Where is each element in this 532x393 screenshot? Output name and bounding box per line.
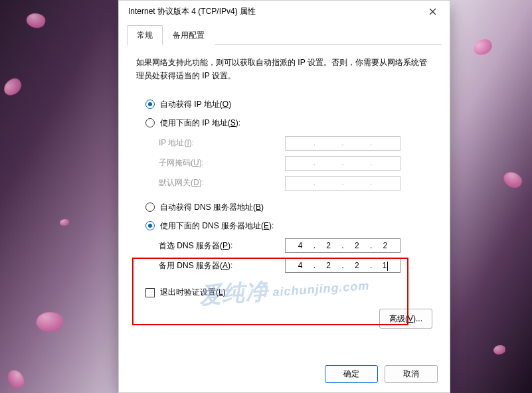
checkbox-icon xyxy=(145,288,155,297)
radio-label: 自动获得 IP 地址(O) xyxy=(160,98,231,111)
ok-button[interactable]: 确定 xyxy=(325,365,378,383)
text-caret xyxy=(387,262,388,271)
radio-label: 使用下面的 IP 地址(S): xyxy=(160,116,240,129)
gateway-label: 默认网关(D): xyxy=(159,176,285,189)
radio-label: 自动获得 DNS 服务器地址(B) xyxy=(160,200,264,214)
dialog-footer: 确定 取消 xyxy=(119,358,450,392)
alternate-dns-label: 备用 DNS 服务器(A): xyxy=(159,259,285,272)
gateway-input: ... xyxy=(285,176,400,191)
title-bar: Internet 协议版本 4 (TCP/IPv4) 属性 xyxy=(119,1,450,22)
radio-icon xyxy=(145,221,155,230)
radio-icon xyxy=(145,100,155,109)
radio-manual-dns[interactable]: 使用下面的 DNS 服务器地址(E): xyxy=(145,219,432,232)
radio-auto-ip[interactable]: 自动获得 IP 地址(O) xyxy=(145,98,432,111)
radio-label: 使用下面的 DNS 服务器地址(E): xyxy=(160,219,274,232)
radio-icon xyxy=(145,118,155,127)
tab-general[interactable]: 常规 xyxy=(127,25,163,45)
checkbox-label: 退出时验证设置(L) xyxy=(160,285,226,299)
advanced-button[interactable]: 高级(V)... xyxy=(379,309,432,329)
subnet-mask-input: ... xyxy=(285,156,400,171)
tabs: 常规 备用配置 xyxy=(127,25,442,45)
tab-alternate[interactable]: 备用配置 xyxy=(163,25,215,45)
dns-fields: 首选 DNS 服务器(P): 4. 2. 2. 2 备用 DNS 服务器(A):… xyxy=(159,238,432,274)
close-icon xyxy=(429,8,436,15)
ip-address-input: ... xyxy=(285,136,400,151)
radio-auto-dns[interactable]: 自动获得 DNS 服务器地址(B) xyxy=(145,200,432,214)
ipv4-properties-dialog: Internet 协议版本 4 (TCP/IPv4) 属性 常规 备用配置 爱纯… xyxy=(118,0,450,393)
dialog-title: Internet 协议版本 4 (TCP/IPv4) 属性 xyxy=(128,6,419,17)
intro-text: 如果网络支持此功能，则可以获取自动指派的 IP 设置。否则，你需要从网络系统管理… xyxy=(136,56,432,83)
alternate-dns-input[interactable]: 4. 2. 2. 1 xyxy=(285,258,400,273)
tab-content: 爱纯净aichunjing.com 如果网络支持此功能，则可以获取自动指派的 I… xyxy=(119,45,450,358)
preferred-dns-label: 首选 DNS 服务器(P): xyxy=(159,239,285,252)
ip-address-label: IP 地址(I): xyxy=(159,136,285,149)
cancel-button[interactable]: 取消 xyxy=(385,365,438,383)
ip-fields: IP 地址(I): ... 子网掩码(U): ... 默认网关(D): ... xyxy=(159,135,432,191)
validate-on-exit-checkbox[interactable]: 退出时验证设置(L) xyxy=(145,285,432,299)
close-button[interactable] xyxy=(419,2,446,21)
subnet-mask-label: 子网掩码(U): xyxy=(159,156,285,169)
radio-icon xyxy=(145,202,155,212)
radio-manual-ip[interactable]: 使用下面的 IP 地址(S): xyxy=(145,116,432,129)
preferred-dns-input[interactable]: 4. 2. 2. 2 xyxy=(285,238,400,253)
